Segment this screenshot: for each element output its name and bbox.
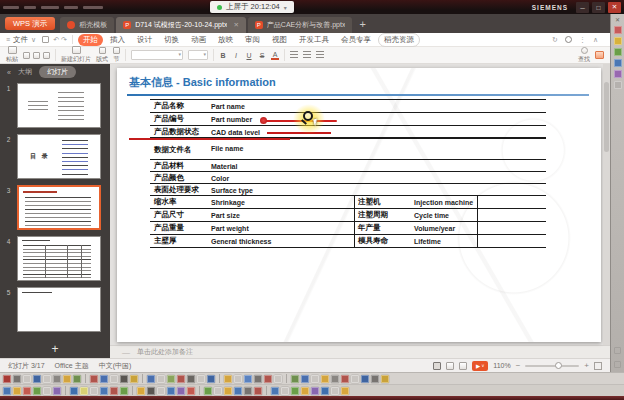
nx-tool-icon[interactable] (100, 387, 108, 395)
zoom-in-button[interactable]: + (584, 361, 589, 370)
nx-tool-icon[interactable] (264, 375, 272, 383)
nx-tool-icon[interactable] (614, 48, 622, 56)
menu-item-稻壳资源[interactable]: 稻壳资源 (378, 33, 420, 47)
tab-outline[interactable]: 大纲 (18, 67, 32, 77)
nx-tool-icon[interactable] (90, 375, 98, 383)
font-size-select[interactable] (188, 50, 208, 60)
wps-home-button[interactable]: WPS 演示 (5, 17, 55, 30)
menu-item-放映[interactable]: 放映 (213, 34, 238, 46)
language-indicator[interactable]: 中文(中国) (99, 361, 132, 371)
search-icon[interactable] (565, 36, 572, 43)
nx-tool-icon[interactable] (244, 387, 252, 395)
nx-tool-icon[interactable] (244, 375, 252, 383)
nx-tool-icon[interactable] (63, 375, 71, 383)
nx-tool-icon[interactable] (614, 361, 621, 368)
menu-item-审阅[interactable]: 审阅 (240, 34, 265, 46)
slide-thumbnail[interactable] (17, 185, 101, 230)
nx-tool-icon[interactable] (70, 387, 78, 395)
nx-tool-icon[interactable] (120, 375, 128, 383)
nx-tool-icon[interactable] (291, 387, 299, 395)
document-tab[interactable]: P产品CAE分析与改善.pptx (248, 17, 353, 33)
slide[interactable]: 基本信息 - Basic information 产品名称Part name产品… (117, 68, 601, 342)
nx-tool-icon[interactable] (167, 375, 175, 383)
nx-tool-icon[interactable] (224, 387, 232, 395)
new-slide-button[interactable]: 新建幻灯片 (61, 46, 91, 64)
nx-tool-icon[interactable] (614, 81, 622, 89)
nx-tool-icon[interactable] (614, 37, 622, 45)
nx-tool-icon[interactable] (614, 70, 622, 78)
slideshow-play-button[interactable]: ▶∨ (472, 361, 488, 371)
nx-tool-icon[interactable] (53, 387, 61, 395)
nx-tool-icon[interactable] (341, 387, 349, 395)
nx-tool-icon[interactable] (331, 387, 339, 395)
minimize-button[interactable]: ─ (576, 2, 589, 13)
close-button[interactable]: ✕ (608, 2, 621, 13)
nx-tool-icon[interactable] (321, 375, 329, 383)
format-painter-icon[interactable] (43, 52, 50, 59)
fit-to-window-icon[interactable] (594, 362, 602, 370)
menu-item-会员专享[interactable]: 会员专享 (336, 34, 376, 46)
zoom-level[interactable]: 110% (493, 362, 510, 369)
nx-tool-icon[interactable] (157, 387, 165, 395)
slide-thumbnail[interactable] (17, 236, 101, 281)
zoom-slider-knob[interactable] (555, 362, 562, 369)
font-family-select[interactable] (131, 50, 183, 60)
menu-item-动画[interactable]: 动画 (186, 34, 211, 46)
normal-view-icon[interactable] (433, 362, 441, 370)
nx-tool-icon[interactable] (361, 375, 369, 383)
nx-tool-icon[interactable] (371, 375, 379, 383)
nx-tool-icon[interactable] (177, 387, 185, 395)
paste-button[interactable]: 粘贴 (6, 46, 18, 64)
nx-tool-icon[interactable] (204, 387, 212, 395)
nx-tool-icon[interactable] (100, 375, 108, 383)
nx-tool-icon[interactable] (197, 375, 205, 383)
nx-tool-icon[interactable] (13, 387, 21, 395)
nx-tool-icon[interactable] (291, 375, 299, 383)
close-icon[interactable]: ✕ (615, 16, 620, 23)
nx-tool-icon[interactable] (43, 387, 51, 395)
nx-tool-icon[interactable] (110, 387, 118, 395)
font-color-button[interactable]: A (271, 51, 279, 60)
nx-tool-icon[interactable] (157, 375, 165, 383)
align-left-icon[interactable] (290, 51, 298, 59)
theme-name[interactable]: Office 主题 (55, 361, 89, 371)
save-icon[interactable] (42, 36, 49, 43)
nx-tool-icon[interactable] (311, 375, 319, 383)
tab-slides[interactable]: 幻灯片 (39, 66, 76, 78)
nx-tool-icon[interactable] (331, 375, 339, 383)
nx-tool-icon[interactable] (321, 387, 329, 395)
strikethrough-button[interactable]: S (258, 52, 266, 59)
nx-tool-icon[interactable] (177, 375, 185, 383)
nx-tool-icon[interactable] (187, 375, 195, 383)
nx-tool-icon[interactable] (614, 26, 622, 34)
nx-tool-icon[interactable] (3, 375, 11, 383)
nx-tool-icon[interactable] (301, 375, 309, 383)
nx-tool-icon[interactable] (281, 387, 289, 395)
nx-tool-icon[interactable] (187, 387, 195, 395)
nx-tool-icon[interactable] (53, 375, 61, 383)
nx-tool-icon[interactable] (224, 375, 232, 383)
bullet-list-icon[interactable] (316, 51, 324, 59)
slide-thumbnail[interactable] (17, 83, 101, 128)
nx-tool-icon[interactable] (254, 375, 262, 383)
menu-item-开发工具[interactable]: 开发工具 (294, 34, 334, 46)
maximize-button[interactable]: □ (592, 2, 605, 13)
sync-icon[interactable]: ↻ (552, 36, 558, 44)
undo-icon[interactable]: ↶ (53, 36, 59, 44)
nx-tool-icon[interactable] (73, 375, 81, 383)
redo-icon[interactable]: ↷ (61, 36, 67, 44)
nx-tool-icon[interactable] (80, 387, 88, 395)
nx-tool-icon[interactable] (274, 375, 282, 383)
nx-tool-icon[interactable] (351, 375, 359, 383)
nx-tool-icon[interactable] (341, 375, 349, 383)
zoom-out-button[interactable]: − (516, 361, 521, 370)
section-button[interactable]: 节 (113, 47, 120, 64)
nx-tool-icon[interactable] (614, 347, 621, 354)
align-center-icon[interactable] (303, 51, 311, 59)
nx-tool-icon[interactable] (130, 375, 138, 383)
slide-thumbnail[interactable] (17, 287, 101, 332)
menu-item-视图[interactable]: 视图 (267, 34, 292, 46)
reading-view-icon[interactable] (459, 362, 467, 370)
menu-item-开始[interactable]: 开始 (78, 34, 103, 46)
nx-tool-icon[interactable] (43, 375, 51, 383)
